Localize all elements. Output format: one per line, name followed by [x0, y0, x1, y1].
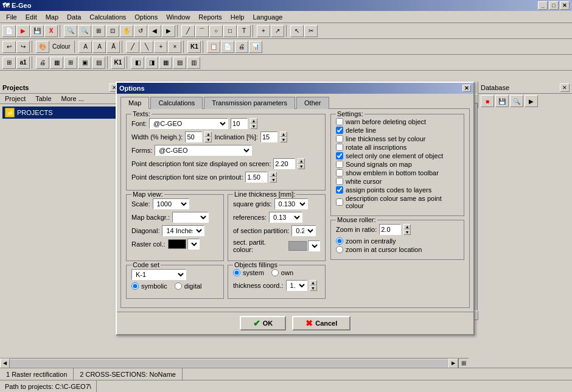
tb2-doc3[interactable]: 🖨: [235, 41, 248, 53]
minimize-button[interactable]: _: [538, 1, 548, 10]
width-down[interactable]: ▼: [204, 137, 212, 142]
db-btn-arrow[interactable]: ▶: [525, 95, 538, 107]
tab-transmission[interactable]: Transmission parameters: [204, 97, 295, 109]
digital-radio[interactable]: [175, 282, 182, 290]
tb2-k1[interactable]: K1: [187, 41, 201, 53]
point-desc-screen-input[interactable]: [273, 158, 295, 169]
sect-color-box[interactable]: [288, 241, 307, 251]
cb-line-thickness-input[interactable]: [336, 135, 343, 142]
tb-text[interactable]: T: [237, 25, 251, 37]
tb-zoom-window[interactable]: ⊡: [106, 25, 119, 37]
zoom-ratio-input[interactable]: [379, 224, 401, 235]
mapbackgr-select[interactable]: [172, 212, 209, 223]
tb3-table[interactable]: ▦: [50, 57, 63, 69]
tb2-redo[interactable]: ↪: [16, 41, 30, 53]
tb-arrow[interactable]: ↗: [271, 25, 284, 37]
tb3-a1[interactable]: ⊞: [2, 57, 16, 69]
zoom-centrally-radio[interactable]: [336, 237, 343, 245]
zr-down[interactable]: ▼: [403, 229, 411, 235]
db-btn-save[interactable]: 💾: [495, 95, 509, 107]
tree-item-projects[interactable]: 📁 PROJECTS: [2, 107, 119, 119]
inclination-down[interactable]: ▼: [280, 137, 287, 142]
tb-open[interactable]: ▶: [16, 25, 30, 37]
diagonal-select[interactable]: 14 Inches: [162, 225, 204, 236]
sq-grids-select[interactable]: 0.130: [274, 198, 308, 209]
font-size-input[interactable]: [231, 118, 248, 129]
tb3-c1[interactable]: ◧: [131, 57, 144, 69]
cb-white-cursor-input[interactable]: [336, 178, 343, 185]
pdp-up[interactable]: ▲: [270, 172, 277, 177]
tb2-b2[interactable]: ╲: [140, 41, 153, 53]
tb2-b3[interactable]: +: [154, 41, 167, 53]
ok-button[interactable]: ✔ OK: [240, 316, 287, 331]
tb-back[interactable]: ◀: [148, 25, 161, 37]
tb-select[interactable]: ↖: [290, 25, 304, 37]
menu-file[interactable]: File: [2, 12, 21, 22]
cb-desc-colour-input[interactable]: [336, 198, 343, 206]
menu-reports[interactable]: Reports: [195, 12, 226, 22]
section-partition-select[interactable]: 0.25: [291, 225, 316, 236]
symbolic-radio[interactable]: [131, 282, 139, 290]
tb-save[interactable]: 💾: [30, 25, 44, 37]
tb-circle[interactable]: ○: [209, 25, 223, 37]
raster-color-box[interactable]: [168, 239, 186, 249]
references-select[interactable]: 0.13: [269, 212, 302, 223]
db-btn-red[interactable]: ■: [481, 95, 494, 107]
font-size-down[interactable]: ▼: [250, 124, 257, 129]
cb-assign-points-input[interactable]: [336, 186, 343, 194]
menu-edit[interactable]: Edit: [22, 12, 41, 22]
tb2-undo[interactable]: ↩: [2, 41, 16, 53]
db-btn-search[interactable]: 🔍: [510, 95, 523, 107]
tab-project[interactable]: Project: [0, 94, 30, 103]
close-button[interactable]: ✕: [560, 1, 570, 10]
scroll-right[interactable]: ▶: [448, 359, 458, 368]
tb3-k1-2[interactable]: K1: [111, 57, 125, 69]
h-scroll-thumb[interactable]: [10, 360, 448, 367]
tb-zoom-out[interactable]: 🔍: [78, 25, 91, 37]
tb-refresh[interactable]: ↺: [134, 25, 147, 37]
font-size-up[interactable]: ▲: [250, 118, 257, 124]
tb2-a2[interactable]: A: [92, 41, 106, 53]
menu-options[interactable]: Options: [131, 12, 161, 22]
bottom-tab-1[interactable]: 1 Raster rectification: [0, 368, 74, 380]
tab-calculations[interactable]: Calculations: [150, 97, 203, 109]
tb2-a3[interactable]: Ā: [106, 41, 120, 53]
cb-delete-line-input[interactable]: [336, 127, 343, 134]
tb3-c2[interactable]: ◨: [145, 57, 158, 69]
menu-map[interactable]: Map: [42, 12, 62, 22]
cb-sound-input[interactable]: [336, 161, 343, 168]
menu-help[interactable]: Help: [227, 12, 248, 22]
menu-calculations[interactable]: Calculations: [86, 12, 130, 22]
tb2-b1[interactable]: ╱: [126, 41, 139, 53]
tb-exit[interactable]: X: [44, 25, 58, 37]
tb2-b4[interactable]: ×: [168, 41, 181, 53]
inclination-up[interactable]: ▲: [280, 131, 287, 137]
zr-up[interactable]: ▲: [403, 224, 411, 229]
tb-forward[interactable]: ▶: [162, 25, 175, 37]
tb3-c3[interactable]: ▦: [159, 57, 172, 69]
font-select[interactable]: @C-GEO: [149, 118, 228, 129]
tb3-c4[interactable]: ▤: [173, 57, 186, 69]
raster-color-select[interactable]: [187, 239, 200, 250]
cb-rotate-input[interactable]: [336, 144, 343, 151]
zoom-cursor-radio[interactable]: [336, 246, 343, 253]
own-radio[interactable]: [271, 269, 279, 276]
tb-pan[interactable]: ✋: [120, 25, 133, 37]
tb-zoom-full[interactable]: ⊞: [92, 25, 105, 37]
cb-emblem-input[interactable]: [336, 169, 343, 177]
scroll-left[interactable]: ◀: [0, 359, 10, 368]
menu-language[interactable]: Language: [249, 12, 286, 22]
tb3-print[interactable]: 🖨: [36, 57, 49, 69]
cb-select-one-input[interactable]: [336, 152, 343, 159]
tc-down[interactable]: ▼: [310, 285, 317, 291]
tb2-colour[interactable]: 🎨: [36, 41, 49, 53]
cb-warn-input[interactable]: [336, 118, 343, 125]
sect-color-select[interactable]: [308, 240, 320, 251]
tb2-a1[interactable]: A: [78, 41, 92, 53]
tab-map[interactable]: Map: [120, 97, 149, 109]
tb3-grid[interactable]: ⊞: [64, 57, 77, 69]
tb2-doc4[interactable]: 📊: [249, 41, 262, 53]
bottom-tab-2[interactable]: 2 CROSS-SECTIONS: NoName: [74, 368, 183, 380]
tb2-doc2[interactable]: 📄: [221, 41, 234, 53]
pds-up[interactable]: ▲: [298, 158, 305, 164]
